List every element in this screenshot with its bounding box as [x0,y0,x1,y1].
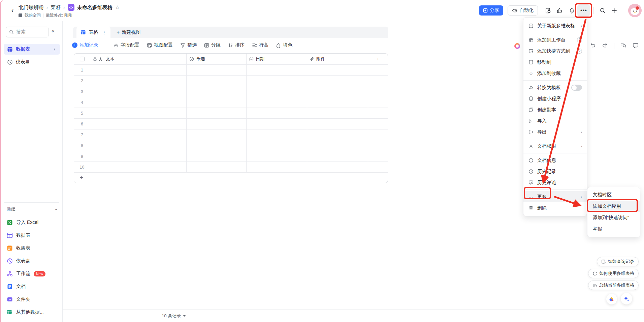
menu-item-duplicate[interactable]: 创建副本 [523,104,587,115]
new-item-import-excel[interactable]: 导入 Excel [4,217,60,228]
column-header-attachment[interactable]: 附件 [307,54,368,65]
cell[interactable] [90,76,187,86]
item-more-icon[interactable]: ⋮ [52,47,57,52]
cell[interactable] [90,129,187,140]
table-row[interactable]: 10 [74,162,388,173]
cell[interactable] [307,86,368,97]
select-all-cell[interactable] [74,54,90,65]
new-item-dashboard[interactable]: 仪表盘 [4,255,60,267]
space-name[interactable]: 我的空间 [25,12,41,18]
redo-icon[interactable] [602,42,608,50]
table-row[interactable]: 7 [74,129,388,140]
help-icon[interactable]: ? [577,49,582,54]
cell[interactable] [247,108,307,119]
more-menu-button[interactable]: ••• [577,4,590,17]
new-section-header[interactable]: 新建 ⌄ [7,206,58,212]
help-icon[interactable]: ? [577,37,582,42]
field-config-button[interactable]: 字段配置 [114,42,139,48]
cell[interactable] [247,162,307,173]
sidebar-item-datatable[interactable]: 数据表 ⋮ [4,44,60,55]
menu-item-doc-permission[interactable]: 文档权限 › [523,141,587,152]
column-header-select[interactable]: 单选 [187,54,247,65]
view-config-button[interactable]: 视图配置 [147,42,173,48]
table-row[interactable]: 1 [74,65,388,76]
menu-item-more[interactable]: ⋯ 更多 › [523,191,587,202]
new-item-other-data[interactable]: 从其他数据... [4,306,60,318]
table-row[interactable]: 2 [74,76,388,86]
cell[interactable] [90,65,187,76]
menu-item-history-record[interactable]: 历史记录 [523,166,587,177]
new-item-folder[interactable]: 文件夹 [4,294,60,305]
template-toggle[interactable] [571,85,582,91]
column-header-text[interactable]: 文本 [90,54,187,65]
submenu-item-report[interactable]: 举报 [587,224,640,235]
menu-item-move-to[interactable]: 移动到 [523,57,587,68]
filter-button[interactable]: 筛选 [180,42,197,48]
cell[interactable] [307,97,368,108]
automation-button[interactable]: 自动化 [508,5,538,16]
undo-icon[interactable] [590,42,596,50]
menu-item-add-shortcut[interactable]: 添加快捷方式到 ? [523,46,587,57]
menu-item-add-favorite[interactable]: ☆ 添加到收藏 [523,68,587,79]
cell[interactable] [90,151,187,162]
cell[interactable] [307,162,368,173]
menu-item-export[interactable]: 导出 › [523,126,587,138]
table-row[interactable]: 4 [74,97,388,108]
menu-item-import[interactable]: 导入 [523,115,587,126]
cell[interactable] [187,108,247,119]
cell[interactable] [187,76,247,86]
cell[interactable] [247,86,307,97]
find-in-table-icon[interactable] [620,42,626,50]
cell[interactable] [187,119,247,129]
menu-item-create-miniapp[interactable]: 创建小程序 [523,93,587,104]
cell[interactable] [307,108,368,119]
cell[interactable] [90,97,187,108]
tab-table-view[interactable]: 表格 ⋮ [76,27,110,38]
cell[interactable] [90,86,187,97]
cell[interactable] [247,65,307,76]
cell[interactable] [247,76,307,86]
cell[interactable] [307,140,368,151]
search-icon[interactable] [599,6,607,14]
notification-bell-icon[interactable] [568,6,576,14]
cell[interactable] [187,140,247,151]
fill-color-button[interactable]: 填色 [276,42,292,48]
add-row-button[interactable]: + [74,173,388,183]
collaborator-avatar[interactable] [514,43,520,49]
cell[interactable] [187,162,247,173]
cell[interactable] [307,119,368,129]
cell[interactable] [90,162,187,173]
submenu-item-add-quick-access[interactable]: 添加到"快速访问" [587,212,640,224]
row-height-button[interactable]: 行高 [252,42,268,48]
create-new-icon[interactable] [610,6,618,14]
new-view-button[interactable]: + 新建视图 [112,27,145,38]
share-button[interactable]: 分享 [479,5,503,16]
smart-query-button[interactable]: 智能查询记录 [597,257,639,266]
ai-assistant-button[interactable] [621,293,632,304]
submenu-item-doc-timezone[interactable]: 文档时区 [587,189,640,201]
like-icon[interactable] [555,6,564,14]
menu-item-convert-template[interactable]: 转换为模板 [523,82,587,93]
collapse-sidebar-icon[interactable]: « [52,28,55,34]
cell[interactable] [187,129,247,140]
cell[interactable] [187,97,247,108]
menu-item-about[interactable]: 关于新版多维表格 › [523,20,587,31]
new-item-datatable[interactable]: 数据表 [4,230,60,241]
cell[interactable] [187,65,247,76]
cell[interactable] [307,76,368,86]
record-count[interactable]: 10 条记录 [162,313,186,319]
menu-item-doc-info[interactable]: 文档信息 [523,155,587,166]
doc-permission-icon[interactable] [544,6,552,14]
new-item-form[interactable]: 收集表 [4,242,60,254]
column-header-date[interactable]: 日期 [247,54,307,65]
group-button[interactable]: 分组 [204,42,221,48]
user-avatar[interactable] [628,4,642,17]
how-to-use-button[interactable]: 如何使用多维表格 [588,269,639,278]
add-record-button[interactable]: + 添加记录 [72,42,98,48]
sort-button[interactable]: 排序 [228,42,245,48]
cell[interactable] [247,119,307,129]
cell[interactable] [187,86,247,97]
cell[interactable] [90,108,187,119]
favorite-star-icon[interactable]: ☆ [115,4,120,10]
table-row[interactable]: 5 [74,108,388,119]
